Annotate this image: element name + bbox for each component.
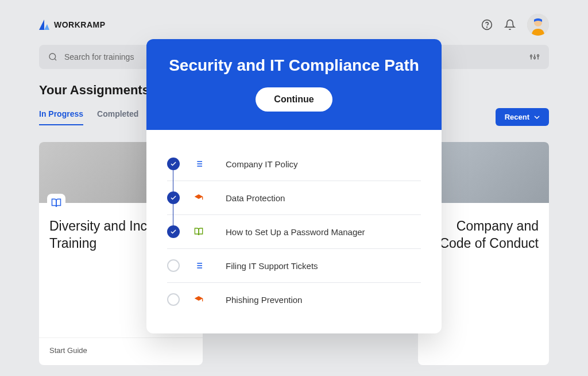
help-icon[interactable]	[481, 19, 493, 30]
tab-completed[interactable]: Completed	[97, 109, 138, 125]
modal-title: Security and IT Compliance Path	[167, 56, 421, 75]
bell-icon[interactable]	[504, 19, 516, 30]
path-item[interactable]: How to Set Up a Password Manager	[167, 215, 421, 249]
avatar[interactable]	[527, 14, 549, 36]
card-title: Company and Code of Conduct	[428, 218, 539, 252]
card-footer: Start Guide	[49, 346, 192, 355]
path-item-label: Company IT Policy	[218, 159, 298, 169]
circle-icon	[167, 259, 180, 272]
path-item-label: Filing IT Support Tickets	[218, 261, 318, 271]
list-icon	[194, 260, 204, 271]
continue-button[interactable]: Continue	[256, 87, 332, 112]
sort-button-label: Recent	[505, 113, 529, 121]
brand-logo[interactable]: WORKRAMP	[39, 20, 106, 30]
check-circle-icon	[167, 158, 180, 170]
logo-icon	[39, 20, 49, 30]
book-icon	[194, 227, 204, 237]
path-item[interactable]: Company IT Policy	[167, 147, 421, 181]
check-circle-icon	[167, 191, 180, 204]
path-item-label: Data Protection	[218, 193, 285, 203]
svg-point-10	[537, 55, 539, 56]
book-icon	[47, 194, 65, 212]
svg-point-1	[487, 27, 488, 28]
svg-point-8	[534, 57, 536, 59]
list-icon	[194, 159, 204, 169]
edu-icon	[194, 193, 204, 203]
filter-icon[interactable]	[529, 52, 540, 62]
sort-button[interactable]: Recent	[496, 108, 549, 126]
learning-path-modal: Security and IT Compliance Path Continue…	[146, 39, 442, 333]
path-item-label: Phishing Prevention	[218, 295, 302, 305]
path-item[interactable]: Phishing Prevention	[167, 283, 421, 316]
brand-text: WORKRAMP	[54, 20, 106, 29]
chevron-down-icon	[534, 114, 540, 120]
svg-point-6	[531, 55, 532, 57]
path-item-label: How to Set Up a Password Manager	[218, 227, 365, 237]
search-icon	[48, 52, 57, 62]
circle-icon	[167, 293, 180, 306]
check-circle-icon	[167, 225, 180, 238]
edu-icon	[194, 294, 204, 305]
svg-point-4	[49, 53, 56, 60]
path-item[interactable]: Filing IT Support Tickets	[167, 249, 421, 283]
path-item[interactable]: Data Protection	[167, 181, 421, 215]
tab-in-progress[interactable]: In Progress	[39, 109, 83, 125]
